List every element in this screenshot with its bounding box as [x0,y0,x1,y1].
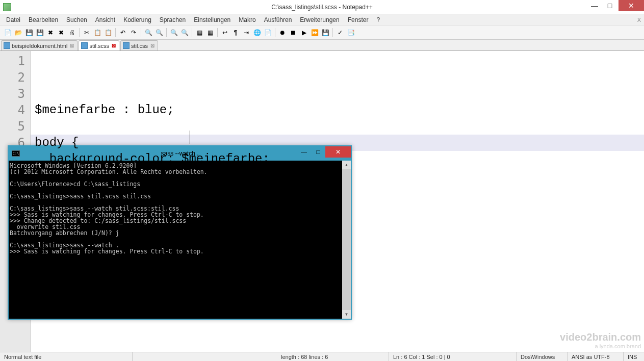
zoom-out-icon[interactable]: 🔍 [180,28,189,37]
spellcheck-icon[interactable]: ✓ [336,28,345,37]
play-icon[interactable]: ▶ [299,28,308,37]
code-text: $meinefarbe : blue; body { background-co… [35,102,640,184]
scroll-down-icon[interactable]: ▼ [342,310,351,319]
sync-h-icon[interactable]: ▦ [205,28,215,37]
indent-icon[interactable]: ⇥ [242,28,251,37]
zoom-in-icon[interactable]: 🔍 [169,28,178,37]
save-all-icon[interactable]: 💾 [35,28,44,37]
tab-close-icon[interactable]: ⊠ [149,43,156,49]
undo-icon[interactable]: ↶ [118,28,127,37]
file-icon [123,42,130,49]
cut-icon[interactable]: ✂ [82,28,91,37]
minimize-button[interactable]: — [587,0,602,11]
toolbar-separator [166,28,167,37]
menu-datei[interactable]: Datei [2,15,24,24]
paste-icon[interactable]: 📋 [104,28,113,37]
line-number: 2 [0,69,25,86]
status-language: Normal text file [0,352,133,361]
status-insert-mode: INS [624,352,644,361]
cmd-icon: C:\ [12,150,20,157]
close-button[interactable]: ✕ [619,0,644,11]
doc-icon[interactable]: 📄 [263,28,272,37]
status-encoding: ANSI as UTF-8 [568,352,624,361]
show-chars-icon[interactable]: ¶ [231,28,240,37]
file-icon [4,42,10,49]
close-file-icon[interactable]: ✖ [46,28,55,37]
status-length: length : 68 lines : 6 [277,352,389,361]
copy-icon[interactable]: 📋 [93,28,102,37]
menu-fenster[interactable]: Fenster [344,15,373,24]
line-number: 3 [0,86,25,102]
toolbar-separator [332,28,333,37]
toolbar-separator [275,28,275,37]
status-eol: Dos\Windows [517,352,568,361]
redo-icon[interactable]: ↷ [129,28,138,37]
statusbar: Normal text file length : 68 lines : 6 L… [0,352,644,361]
tabbar: beispieldokument.html ⊠ stil.scss ⊠ stil… [0,40,644,51]
tab-stil-scss[interactable]: stil.scss ⊠ [79,40,119,50]
window-titlebar: C:\sass_listings\stil.scss - Notepad++ —… [0,0,644,14]
tab-label: stil.scss [89,43,109,49]
toolbar-separator [217,28,218,37]
replace-icon[interactable]: 🔍 [154,28,164,37]
toolbar-separator [192,28,192,37]
window-title: C:\sass_listings\stil.scss - Notepad++ [271,4,373,11]
wrap-icon[interactable]: ↩ [220,28,229,37]
tab-close-icon[interactable]: ⊠ [111,43,117,49]
tab-stil-css[interactable]: stil.css ⊠ [120,40,158,50]
save-macro-icon[interactable]: 💾 [321,28,330,37]
tab-beispieldokument[interactable]: beispieldokument.html ⊠ [1,40,78,50]
line-number: 4 [0,102,25,118]
document-close-menu[interactable]: X [637,17,641,23]
file-icon [81,42,88,49]
menu-ansicht[interactable]: Ansicht [91,15,119,24]
console-scrollbar[interactable]: ▲ ▼ [342,161,351,319]
menu-kodierung[interactable]: Kodierung [119,15,156,24]
sync-v-icon[interactable]: ▦ [195,28,204,37]
save-icon[interactable]: 💾 [24,28,34,37]
print-icon[interactable]: 🖨 [67,28,76,37]
menu-bearbeiten[interactable]: Bearbeiten [24,15,62,24]
line-number: 5 [0,118,25,135]
console-output[interactable]: Microsoft Windows [Version 6.2.9200] (c)… [9,161,342,319]
menu-ausfuehren[interactable]: Ausführen [260,15,296,24]
play-multi-icon[interactable]: ⏩ [310,28,319,37]
stop-icon[interactable]: ⏹ [289,28,298,37]
lang-icon[interactable]: 🌐 [252,28,262,37]
doc-switcher-icon[interactable]: 📑 [346,28,355,37]
app-icon [3,3,11,11]
toolbar-separator [115,28,116,37]
scroll-thumb[interactable] [342,169,351,310]
menubar: Datei Bearbeiten Suchen Ansicht Kodierun… [0,14,644,25]
maximize-button[interactable]: □ [602,0,617,11]
find-icon[interactable]: 🔍 [144,28,153,37]
window-controls: — □ ✕ [587,0,644,11]
menu-erweiterungen[interactable]: Erweiterungen [296,15,343,24]
toolbar: 📄 📂 💾 💾 ✖ ✖ 🖨 ✂ 📋 📋 ↶ ↷ 🔍 🔍 🔍 🔍 ▦ ▦ ↩ ¶ … [0,25,644,40]
menu-sprachen[interactable]: Sprachen [156,15,190,24]
close-all-icon[interactable]: ✖ [57,28,66,37]
menu-help[interactable]: ? [372,15,384,24]
status-position: Ln : 6 Col : 1 Sel : 0 | 0 [389,352,517,361]
menu-suchen[interactable]: Suchen [62,15,91,24]
new-file-icon[interactable]: 📄 [3,28,12,37]
open-file-icon[interactable]: 📂 [14,28,23,37]
tab-close-icon[interactable]: ⊠ [69,43,75,49]
line-number: 1 [0,53,25,69]
menu-makro[interactable]: Makro [235,15,260,24]
record-icon[interactable]: ⏺ [278,28,287,37]
toolbar-separator [141,28,141,37]
menu-einstellungen[interactable]: Einstellungen [190,15,235,24]
toolbar-separator [79,28,80,37]
tab-label: stil.css [131,43,148,49]
console-body: Microsoft Windows [Version 6.2.9200] (c)… [9,161,351,319]
tab-label: beispieldokument.html [12,43,67,49]
